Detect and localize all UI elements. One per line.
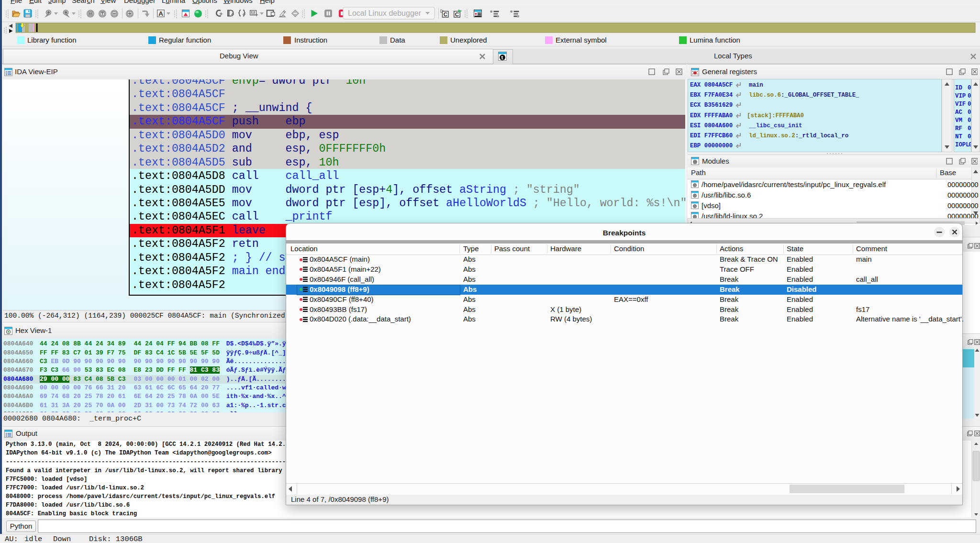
svg-text:A: A (158, 10, 163, 17)
svg-text:Local Linux debugger: Local Linux debugger (348, 9, 422, 17)
svg-text:C: C (455, 11, 459, 17)
svg-text:C: C (444, 11, 447, 17)
